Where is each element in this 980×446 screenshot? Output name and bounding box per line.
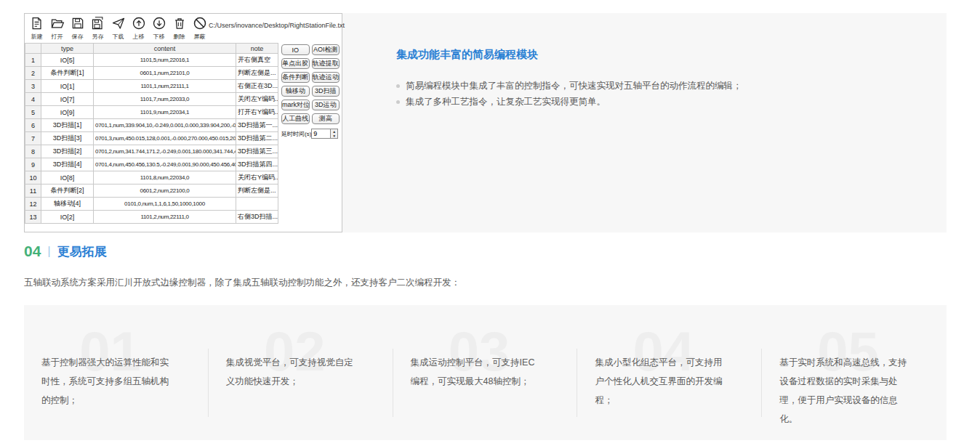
move-up-icon (132, 16, 146, 33)
delay-input[interactable] (311, 129, 330, 139)
bullet-text: 集成了多种工艺指令，让复杂工艺实现得更简单。 (406, 94, 606, 110)
bullet-text: 简易编程模块中集成了丰富的控制指令，可快速实现对五轴平台的动作流程的编辑； (406, 78, 742, 94)
new-file-button[interactable]: 新建 (28, 16, 46, 41)
row-number-cell: 7 (25, 132, 41, 145)
section-separator: | (47, 244, 50, 259)
move-up-button[interactable]: 上移 (129, 16, 148, 41)
step-table: type content note 1IO[5]1101,5,num,22016… (25, 43, 278, 224)
table-row[interactable]: 5IO[9]1101,9,num,22034,1打开右Y编码... (25, 106, 278, 119)
move-down-button[interactable]: 下移 (150, 16, 168, 41)
type-cell: 3D扫描[3] (41, 132, 94, 145)
table-row[interactable]: 10IO[8]1101,8,num,22034,0关闭右Y编码... (25, 171, 278, 185)
expand-panel: 01基于控制器强大的运算性能和实时性，系统可支持多组五轴机构的控制；02集成视觉… (24, 305, 947, 440)
type-cell: IO[7] (41, 93, 94, 106)
command-button[interactable]: 单点出胶 (281, 58, 310, 69)
section-number: 04 (24, 243, 41, 260)
table-row[interactable]: 12轴移动[4]0101,0,num,1,1,6,1,50,1000,1000 (25, 198, 278, 211)
type-cell: IO[8] (41, 171, 94, 185)
content-cell: 0601,2,num,22100,0 (94, 185, 236, 198)
note-cell: 开右侧真空 (236, 54, 278, 67)
table-row[interactable]: 3IO[1]1101,1,num,22111,1右侧正在3D... (25, 80, 278, 93)
table-row[interactable]: 93D扫描[4]0701,4,num,450.456,130.5,-0.249,… (25, 158, 278, 171)
toolbar-button-label: 新建 (31, 33, 43, 41)
command-button[interactable]: 轴移动 (281, 86, 310, 97)
expand-column: 04集成小型化组态平台，可支持用户个性化人机交互界面的开发编程； (577, 305, 762, 440)
expand-column: 02集成视觉平台，可支持视觉自定义功能快速开发； (209, 305, 393, 440)
expand-column: 03集成运动控制平台，可支持IEC编程，可实现最大48轴控制； (393, 305, 578, 440)
app-main: type content note 1IO[5]1101,5,num,22016… (25, 43, 342, 232)
table-row[interactable]: 63D扫描[1]0701,1,num,339.904,10,-0.249,0.0… (25, 119, 278, 132)
table-row[interactable]: 2条件判断[1]0601,1,num,22101,0判断左侧是... (25, 67, 278, 80)
feature-title: 集成功能丰富的简易编程模块 (396, 48, 742, 62)
content-cell: 1101,7,num,22033,0 (94, 93, 236, 106)
command-button[interactable]: AOI检测 (312, 44, 340, 55)
note-cell: 右侧3D扫描... (236, 211, 278, 224)
spin-down-button[interactable]: ▼ (331, 134, 337, 138)
row-number-cell: 10 (25, 171, 41, 185)
delay-label: 延时时间(s) (281, 130, 311, 138)
delay-row: 延时时间(s) ▲ ▼ (281, 129, 340, 139)
command-button[interactable]: IO (281, 44, 310, 55)
note-cell: 打开右Y编码... (236, 106, 278, 119)
toolbar: 新建打开保存另存下载上移下移删除屏蔽 (28, 16, 209, 41)
delete-button[interactable]: 删除 (170, 16, 188, 41)
section-title: 更易拓展 (57, 243, 107, 260)
command-button[interactable]: 3D运动 (312, 100, 340, 110)
toolbar-button-label: 打开 (52, 33, 63, 41)
row-number-cell: 9 (25, 158, 41, 171)
save-as-icon (91, 16, 105, 33)
row-number-cell: 1 (25, 54, 41, 67)
note-cell: 3D扫描第三... (236, 145, 278, 158)
command-button[interactable]: 3D扫描 (312, 86, 340, 97)
expand-column: 05基于实时系统和高速总线，支持设备过程数据的实时采集与处理，便于用户实现设备的… (762, 305, 947, 440)
command-button[interactable]: 测高 (312, 113, 340, 124)
disable-button[interactable]: 屏蔽 (190, 16, 209, 41)
expand-text: 集成运动控制平台，可支持IEC编程，可实现最大48轴控制； (411, 353, 539, 391)
bullet-dot-icon (396, 84, 400, 88)
row-number-cell: 12 (25, 198, 41, 211)
toolbar-button-label: 另存 (92, 33, 104, 41)
content-cell: 0701,4,num,450.456,130.5,-0.249,0.001,90… (94, 158, 236, 171)
feature-bullet: 集成了多种工艺指令，让复杂工艺实现得更简单。 (396, 94, 742, 110)
bullet-dot-icon (396, 100, 400, 104)
open-folder-button[interactable]: 打开 (48, 16, 66, 41)
table-header-note: note (236, 44, 278, 54)
table-row[interactable]: 1IO[5]1101,5,num,22016,1开右侧真空 (25, 54, 278, 67)
content-cell: 1101,9,num,22034,1 (94, 106, 236, 119)
save-as-button[interactable]: 另存 (89, 16, 107, 41)
save-icon (71, 16, 85, 33)
content-cell: 0701,1,num,339.904,10,-0.249,0.001,0.000… (94, 119, 236, 132)
command-button[interactable]: 轨迹运动 (312, 72, 340, 83)
type-cell: 条件判断[2] (41, 185, 94, 198)
table-row[interactable]: 13IO[2]1101,2,num,22111,0右侧3D扫描... (25, 211, 278, 224)
command-button[interactable]: 人工曲线 (281, 113, 310, 124)
section-intro: 五轴联动系统方案采用汇川开放式边缘控制器，除了集成五轴联动控制功能之外，还支持客… (24, 277, 460, 289)
content-cell: 1101,2,num,22111,0 (94, 211, 236, 224)
command-button[interactable]: 轨迹提取 (312, 58, 340, 69)
toolbar-button-label: 保存 (72, 33, 84, 41)
delay-spinner: ▲ ▼ (330, 129, 338, 139)
table-row[interactable]: 73D扫描[3]0701,3,num,450.015,128,0.001,-0.… (25, 132, 278, 145)
content-cell: 1101,1,num,22111,1 (94, 80, 236, 93)
expand-text: 基于控制器强大的运算性能和实时性，系统可支持多组五轴机构的控制； (41, 353, 169, 410)
note-cell: 判断左侧是... (236, 185, 278, 198)
table-header-corner (25, 44, 41, 54)
save-button[interactable]: 保存 (68, 16, 87, 41)
hero-panel: 新建打开保存另存下载上移下移删除屏蔽 C:/Users/inovance/Des… (24, 13, 947, 232)
command-button[interactable]: 条件判断 (281, 72, 310, 83)
toolbar-button-label: 屏蔽 (194, 33, 206, 41)
command-button[interactable]: mark对位 (281, 100, 310, 110)
row-number-cell: 8 (25, 145, 41, 158)
feature-bullets: 简易编程模块中集成了丰富的控制指令，可快速实现对五轴平台的动作流程的编辑； 集成… (396, 78, 742, 110)
send-button[interactable]: 下载 (109, 16, 127, 41)
disable-icon (193, 16, 207, 33)
type-cell: IO[5] (41, 54, 94, 67)
content-cell: 0701,2,num,341.744,171.2,-0.249,0.001,18… (94, 145, 236, 158)
table-row[interactable]: 83D扫描[2]0701,2,num,341.744,171.2,-0.249,… (25, 145, 278, 158)
delete-icon (172, 16, 187, 33)
type-cell: 3D扫描[1] (41, 119, 94, 132)
table-row[interactable]: 11条件判断[2]0601,2,num,22100,0判断左侧是... (25, 185, 278, 198)
content-cell: 0701,3,num,450.015,128,0.001,-0.000,270.… (94, 132, 236, 145)
table-row[interactable]: 4IO[7]1101,7,num,22033,0关闭左Y编码... (25, 93, 278, 106)
note-cell: 3D扫描第四... (236, 158, 278, 171)
